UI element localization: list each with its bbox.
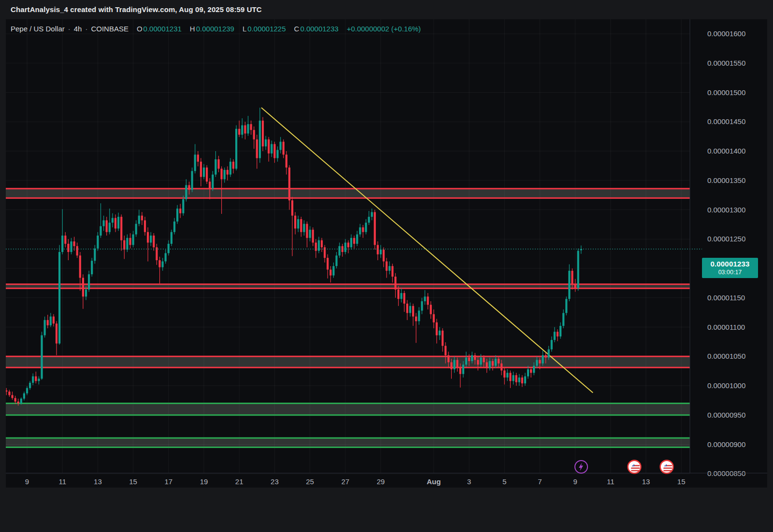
svg-text:15: 15	[677, 477, 686, 486]
svg-text:15: 15	[129, 477, 137, 486]
bottom-bar: TradingView	[0, 488, 773, 532]
svg-text:0.00001400: 0.00001400	[707, 147, 745, 155]
svg-text:25: 25	[306, 477, 314, 486]
svg-text:0.00001500: 0.00001500	[707, 88, 745, 97]
svg-text:17: 17	[164, 477, 172, 486]
economic-event-lightning-icon[interactable]	[574, 460, 588, 474]
chart-panel[interactable]: 0.000016000.000015500.000015000.00001450…	[6, 19, 767, 488]
ohlc-close: C 0.00001233	[294, 25, 339, 33]
exchange-label: COINBASE	[91, 25, 129, 33]
svg-text:3: 3	[467, 477, 471, 486]
svg-text:0.00001050: 0.00001050	[707, 352, 745, 360]
high-label: H	[190, 25, 195, 33]
close-value: 0.00001233	[300, 25, 338, 33]
high-value: 0.00001239	[196, 25, 234, 33]
svg-text:0.00000950: 0.00000950	[707, 411, 745, 419]
page-root: ChartAnalysis_4 created with TradingView…	[0, 0, 773, 532]
svg-text:13: 13	[94, 477, 102, 486]
interval-label[interactable]: 4h	[74, 25, 82, 33]
symbol-name[interactable]: Pepe / US Dollar	[11, 25, 65, 33]
svg-text:0.00001000: 0.00001000	[707, 381, 745, 390]
snapshot-title: ChartAnalysis_4 created with TradingView…	[11, 5, 262, 14]
svg-text:19: 19	[200, 477, 208, 486]
close-label: C	[294, 25, 300, 33]
svg-text:0.00000900: 0.00000900	[707, 440, 745, 448]
trendline[interactable]	[261, 108, 593, 392]
ohlc-high: H 0.00001239	[190, 25, 234, 33]
svg-text:0.00001150: 0.00001150	[707, 294, 745, 302]
legend-separator: ·	[68, 25, 71, 33]
economic-event-us-flag-icon[interactable]	[659, 460, 674, 474]
economic-event-us-flag-icon[interactable]	[627, 460, 642, 474]
svg-text:0.00001350: 0.00001350	[707, 176, 745, 184]
svg-text:11: 11	[58, 477, 66, 486]
svg-text:21: 21	[235, 477, 243, 486]
svg-text:9: 9	[25, 477, 29, 486]
svg-text:0.00001600: 0.00001600	[707, 29, 745, 38]
svg-text:0.00001550: 0.00001550	[707, 59, 745, 67]
price-axis[interactable]: 0.000016000.000015500.000015000.00001450…	[690, 19, 745, 477]
open-value: 0.00001231	[143, 25, 182, 33]
svg-text:0.00000850: 0.00000850	[707, 469, 745, 477]
current-price-value: 0.00001233	[710, 260, 749, 269]
top-bar: ChartAnalysis_4 created with TradingView…	[0, 0, 773, 19]
symbol-legend: Pepe / US Dollar · 4h · COINBASE O 0.000…	[11, 23, 421, 34]
ohlc-low: L 0.00001225	[243, 25, 286, 33]
price-chart-canvas[interactable]: 0.000016000.000015500.000015000.00001450…	[6, 19, 767, 488]
svg-text:11: 11	[607, 477, 615, 486]
svg-text:7: 7	[538, 477, 542, 486]
low-value: 0.00001225	[247, 25, 286, 33]
low-label: L	[243, 25, 246, 33]
supply-demand-zones	[6, 189, 690, 448]
svg-text:0.00001100: 0.00001100	[707, 323, 745, 331]
svg-text:0.00001300: 0.00001300	[707, 206, 745, 214]
svg-text:23: 23	[271, 477, 279, 486]
time-axis[interactable]: 911131517192123252729Aug3579111315	[6, 473, 767, 486]
price-change: +0.00000002 (+0.16%)	[347, 25, 421, 33]
bar-countdown-timer: 03:00:17	[718, 269, 742, 277]
ohlc-open: O 0.00001231	[137, 25, 182, 33]
svg-text:13: 13	[642, 477, 650, 486]
svg-text:9: 9	[573, 477, 577, 486]
svg-text:29: 29	[377, 477, 385, 486]
current-price-label: 0.00001233 03:00:17	[702, 258, 758, 278]
svg-text:27: 27	[341, 477, 349, 486]
svg-text:Aug: Aug	[427, 477, 441, 486]
legend-separator: ·	[85, 25, 87, 33]
svg-text:0.00001250: 0.00001250	[707, 235, 745, 243]
svg-text:5: 5	[502, 477, 506, 486]
svg-text:0.00001450: 0.00001450	[707, 117, 745, 126]
open-label: O	[137, 25, 143, 33]
